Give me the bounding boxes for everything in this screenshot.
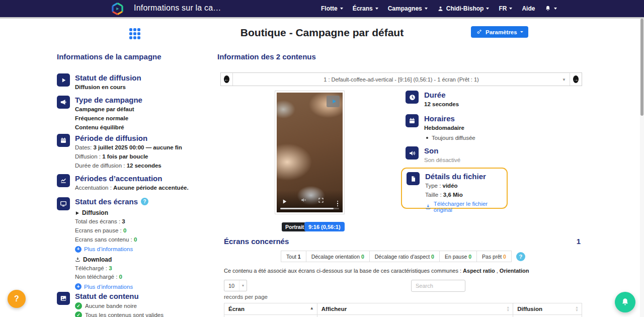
carousel-prev-button[interactable]: ← <box>221 73 233 86</box>
filter-all-button[interactable]: Tout 1 <box>281 251 306 262</box>
video-controls <box>277 190 343 212</box>
video-more-options-button[interactable] <box>337 201 339 207</box>
column-header-ecran[interactable]: Écran ▲ <box>224 303 317 314</box>
screens-filters: Tout 1 Décalage orientation 0 Décalage r… <box>224 251 582 262</box>
user-icon <box>437 6 444 12</box>
gears-icon <box>476 29 482 35</box>
download-icon <box>425 204 431 210</box>
orientation-badge[interactable]: Portrait <box>282 222 307 231</box>
records-per-page-select[interactable]: 10 ▼ <box>224 280 247 291</box>
broadcast-status-value: Diffusion en cours <box>75 84 126 90</box>
scrollbar-thumb[interactable] <box>640 19 643 116</box>
calendar-icon <box>57 134 70 147</box>
section-title: Période de diffusion <box>75 134 182 142</box>
campaign-type-default: Campagne par défaut <box>75 106 134 112</box>
video-fullscreen-button[interactable] <box>318 196 324 205</box>
screens-table: Écran ▲ Afficheur ▲▼ Diffusion ▲▼ <box>224 303 582 317</box>
play-icon <box>75 211 79 215</box>
contents-info-title: Information des 2 contenus <box>217 52 316 61</box>
screens-paused: Ecrans en pause : 0 <box>75 227 148 234</box>
filter-paused-button[interactable]: En pause 0 <box>439 251 477 262</box>
help-icon[interactable]: ? <box>141 198 148 205</box>
notifications-fab-button[interactable] <box>615 292 635 312</box>
help-fab-button[interactable]: ? <box>8 290 26 308</box>
duration-value: 12 secondes <box>424 101 459 107</box>
table-row <box>224 315 582 317</box>
monitor-icon <box>57 197 70 210</box>
screens-section-title: Écrans concernés <box>224 237 289 246</box>
chevron-down-icon <box>509 8 512 10</box>
campaign-info-page: Informations sur la ca… Flotte Écrans Ca… <box>0 0 644 317</box>
not-downloaded: Non téléchargé : 0 <box>75 274 148 281</box>
period-diffusion: Diffusion : 1 fois par boucle <box>75 153 182 161</box>
check-icon: ✓ <box>75 311 82 317</box>
megaphone-icon <box>57 96 70 109</box>
chevron-down-icon <box>486 8 489 10</box>
period-duration: Durée de diffusion : 12 secondes <box>75 163 182 170</box>
download-subheader: Download <box>75 256 148 263</box>
sidebar-title: Informations de la campagne <box>57 52 162 61</box>
app-logo-icon[interactable] <box>111 2 124 18</box>
column-header-diffusion[interactable]: Diffusion ▲▼ <box>513 303 582 314</box>
filter-not-ready-button[interactable]: Pas prêt 0 <box>476 251 512 262</box>
clock-icon <box>406 91 419 104</box>
arrow-right-icon: → <box>573 75 579 83</box>
more-info-link[interactable]: + Plus d’informations <box>75 283 148 290</box>
duration-block: Durée 12 secondes <box>406 91 572 108</box>
download-icon <box>75 257 80 262</box>
file-type: Type : vidéo <box>425 183 507 190</box>
calendar-icon <box>406 114 419 127</box>
ratio-badge[interactable]: 9:16 (0,56:1) <box>304 222 345 231</box>
window-title: Informations sur la ca… <box>134 4 221 13</box>
diffusion-subheader: Diffusion <box>75 209 148 216</box>
screens-count: 1 <box>568 237 581 246</box>
search-input[interactable] <box>411 280 465 292</box>
chevron-down-icon <box>520 31 523 33</box>
video-player[interactable] <box>277 93 343 212</box>
plus-icon: + <box>75 283 82 290</box>
nav-item-language[interactable]: FR <box>499 5 512 12</box>
video-sound-toggle-button[interactable] <box>327 96 340 107</box>
table-header-row: Écran ▲ Afficheur ▲▼ Diffusion ▲▼ <box>224 303 582 315</box>
more-info-link[interactable]: + Plus d’informations <box>75 246 148 253</box>
section-title: Statut de diffusion <box>75 73 141 82</box>
check-icon: ✓ <box>75 302 82 309</box>
screens-total: Total des écrans : 3 <box>75 218 148 225</box>
video-play-button[interactable] <box>282 199 287 205</box>
chart-line-icon <box>57 174 70 187</box>
page-scrollbar[interactable] <box>640 19 644 317</box>
column-header-afficheur[interactable]: Afficheur ▲▼ <box>317 303 513 314</box>
section-title: Statut de contenu <box>75 292 164 300</box>
filter-orientation-offset-button[interactable]: Décalage orientation 0 <box>306 251 370 262</box>
campaign-type-frequency: Fréquence normale <box>75 115 128 121</box>
nav-item-aide[interactable]: Aide <box>522 5 535 12</box>
video-progress-bar[interactable] <box>280 208 339 210</box>
help-icon[interactable]: ? <box>516 252 525 261</box>
downloaded: Téléchargé : 3 <box>75 265 148 272</box>
period-dates: Dates: 3 juillet 2025 00:00 — aucune fin <box>75 144 182 151</box>
play-icon <box>57 73 70 87</box>
content-select[interactable]: 1 : Default-coffee-ad-vertical - [9:16] … <box>233 73 570 86</box>
speaker-icon <box>406 146 419 160</box>
nav-item-campagnes[interactable]: Campagnes <box>388 5 428 12</box>
bell-icon <box>544 5 551 12</box>
page-title: Boutique - Campagne par défaut <box>0 27 644 39</box>
filter-ratio-offset-button[interactable]: Décalage ratio d'aspect 0 <box>369 251 440 262</box>
nav-item-user[interactable]: Chidi-Bishop <box>437 5 490 12</box>
nav-item-notifications[interactable] <box>544 5 557 12</box>
video-mute-button[interactable] <box>300 196 307 205</box>
nav-item-ecrans[interactable]: Écrans <box>353 5 378 12</box>
records-per-page-label: records per page <box>224 294 268 300</box>
download-original-link[interactable]: Télécharger le fichier original <box>425 201 507 213</box>
speaker-icon <box>330 98 337 105</box>
accent-value: Accentuation : Aucune période accentuée. <box>75 185 189 192</box>
chevron-down-icon <box>425 8 428 10</box>
file-size: Taille : 3,6 Mio <box>425 192 507 199</box>
settings-button[interactable]: Paramètres <box>471 26 528 38</box>
nav-item-flotte[interactable]: Flotte <box>321 5 343 12</box>
sound-value: Son désactivé <box>424 157 460 164</box>
schedule-bullet: Toujours diffusée <box>424 135 475 141</box>
section-title: Durée <box>424 91 459 99</box>
carousel-next-button[interactable]: → <box>570 73 582 86</box>
nav-menu: Flotte Écrans Campagnes Chidi-Bishop FR … <box>321 0 557 17</box>
